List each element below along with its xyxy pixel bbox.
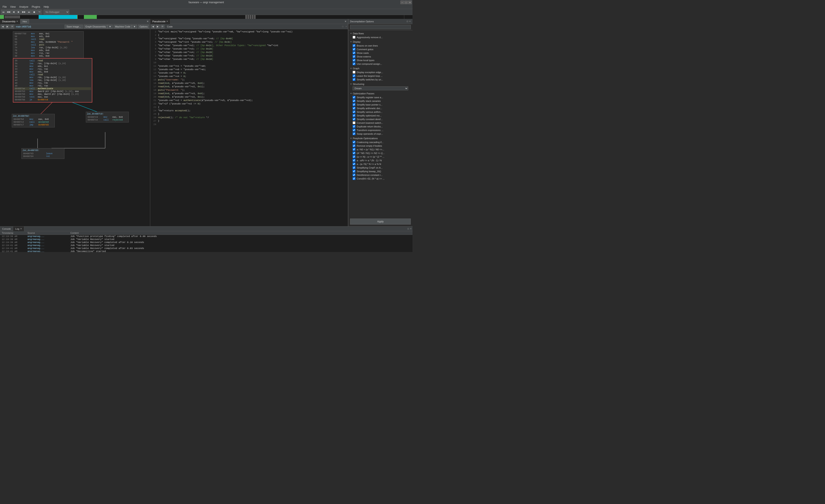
bottom-resize-icon[interactable]: ⊡ bbox=[407, 228, 409, 230]
options-section: ▼Peephole OptimizationsCoalescing cascad… bbox=[348, 136, 412, 181]
options-btn[interactable]: Options bbox=[138, 25, 149, 28]
toolbar-btn-1[interactable]: ⏮ bbox=[1, 10, 6, 14]
menu-file[interactable]: File bbox=[1, 5, 8, 9]
options-checkbox[interactable] bbox=[353, 62, 355, 65]
panel-close-all-btn[interactable]: ✕ bbox=[145, 20, 150, 23]
pseudo-back-btn[interactable]: ◀ bbox=[151, 25, 155, 28]
options-checkbox[interactable] bbox=[353, 144, 355, 147]
options-checkbox[interactable] bbox=[353, 177, 355, 180]
asm-row: 004007c2 call accepted bbox=[13, 121, 54, 123]
options-item: Simplify switches by un... bbox=[348, 78, 412, 81]
options-checkbox[interactable] bbox=[353, 48, 355, 51]
options-checkbox[interactable] bbox=[353, 52, 355, 54]
options-checkbox[interactable] bbox=[353, 44, 355, 47]
structuring-select[interactable]: Dream bbox=[353, 86, 408, 90]
options-checkbox[interactable] bbox=[353, 99, 355, 102]
machine-code-btn[interactable]: Machine Code bbox=[114, 25, 132, 28]
options-checkbox[interactable] bbox=[353, 132, 355, 135]
disasm-back-btn[interactable]: ◀ bbox=[1, 25, 5, 28]
asm-row: 004007ce call rejected bbox=[87, 118, 128, 121]
save-image-btn[interactable]: Save image... bbox=[65, 25, 83, 28]
apply-button[interactable]: Apply bbox=[350, 219, 411, 225]
options-checkbox[interactable] bbox=[353, 96, 355, 99]
tab-console[interactable]: Console bbox=[0, 227, 13, 231]
options-checkbox[interactable] bbox=[353, 129, 355, 132]
options-checkbox[interactable] bbox=[353, 78, 355, 81]
options-checkbox[interactable] bbox=[353, 166, 355, 169]
debugger-select[interactable]: No Debugger bbox=[44, 10, 69, 14]
restore-button[interactable]: □ bbox=[404, 1, 408, 4]
toolbar-btn-8[interactable]: ↪ bbox=[37, 10, 42, 14]
menu-analyze[interactable]: Analyze bbox=[17, 5, 30, 9]
options-checkbox[interactable] bbox=[353, 125, 355, 128]
options-checkbox[interactable] bbox=[353, 155, 355, 158]
options-checkbox[interactable] bbox=[353, 71, 355, 74]
disasm-fwd-btn[interactable]: ▶ bbox=[6, 25, 9, 28]
pseudo-panel-close-all[interactable]: ✕ bbox=[343, 20, 348, 23]
toolbar-btn-3[interactable]: ◀ bbox=[11, 10, 16, 14]
options-checkbox[interactable] bbox=[353, 170, 355, 173]
options-item: Simplifying CmpF on A... bbox=[348, 166, 412, 169]
options-checkbox[interactable] bbox=[353, 121, 355, 124]
toolbar-btn-2[interactable]: ◀◀ bbox=[6, 10, 11, 14]
graph-area[interactable]: 00400775d mov eax, 0x1 50 mov edi, 0x0 5… bbox=[0, 29, 150, 226]
menu-view[interactable]: View bbox=[8, 5, 17, 9]
options-checkbox[interactable] bbox=[353, 114, 355, 117]
close-button[interactable]: ✕ bbox=[408, 1, 411, 4]
options-checkbox[interactable] bbox=[353, 59, 355, 62]
options-close-icon[interactable]: ✕ bbox=[409, 20, 411, 22]
minimize-button[interactable]: ─ bbox=[400, 1, 404, 4]
options-section-structuring[interactable]: ▼Structuring bbox=[348, 82, 412, 86]
toolbar-btn-5[interactable]: ▶▶ bbox=[21, 10, 26, 14]
options-checkbox[interactable] bbox=[353, 103, 355, 106]
log-tab-close[interactable]: ✕ bbox=[20, 228, 22, 230]
disasm-tab-close[interactable]: ✕ bbox=[16, 20, 18, 22]
pseudo-line: 3 "kw">unsigned "kw">long "pseudo-var">v… bbox=[151, 37, 347, 40]
options-item-label: Simplify base pointer s... bbox=[357, 103, 382, 106]
graph-disasm-arrow[interactable]: ▼ bbox=[107, 25, 113, 28]
graph-disasm-btn[interactable]: Graph Disassembly bbox=[84, 25, 107, 28]
toolbar-btn-4[interactable]: ▶ bbox=[16, 10, 21, 14]
options-checkbox[interactable] bbox=[353, 141, 355, 144]
options-item-label: a / N0 + (a * N1) / N0 =>... bbox=[357, 148, 384, 151]
options-checkbox[interactable] bbox=[353, 152, 355, 154]
options-checkbox[interactable] bbox=[353, 55, 355, 58]
options-checkbox[interactable] bbox=[353, 118, 355, 120]
options-section-graph[interactable]: ▼Graph bbox=[348, 67, 412, 70]
tab-pseudocode[interactable]: Pseudocode ✕ bbox=[150, 19, 170, 24]
menu-plugins[interactable]: Plugins bbox=[30, 5, 42, 9]
tab-disassembly[interactable]: Disassembly ✕ bbox=[0, 19, 20, 24]
pseudo-fwd-btn[interactable]: ▶ bbox=[156, 25, 160, 28]
pseudo-tab-close[interactable]: ✕ bbox=[166, 20, 168, 22]
options-resize-icon[interactable]: ⊡ bbox=[406, 20, 408, 22]
pseudo-panel-resize[interactable]: ⊡ bbox=[342, 25, 344, 28]
pseudo-sync-btn[interactable]: ⟳ bbox=[160, 25, 164, 28]
options-search-input[interactable] bbox=[350, 25, 411, 29]
toolbar-btn-7[interactable]: ⏹ bbox=[32, 10, 36, 14]
tab-hex[interactable]: Hex bbox=[20, 19, 29, 24]
asm-row: 33 mov rsi, rax bbox=[14, 68, 91, 71]
toolbar-btn-6[interactable]: ⏭ bbox=[26, 10, 31, 14]
options-section-peephole-optimizations[interactable]: ▼Peephole Optimizations bbox=[348, 137, 412, 140]
menu-help[interactable]: Help bbox=[42, 5, 51, 9]
machine-code-arrow[interactable]: ▼ bbox=[132, 25, 137, 28]
pseudo-panel-close-btn[interactable]: ✕ bbox=[345, 25, 347, 28]
options-item-label: (a << N) - a => (a * (2 ** ... bbox=[357, 156, 384, 158]
options-section-optimization-passes[interactable]: ▼Optimization Passes bbox=[348, 92, 412, 95]
disasm-sync-btn[interactable]: ⟳ bbox=[10, 25, 14, 28]
tab-log[interactable]: Log ✕ bbox=[13, 227, 24, 231]
options-item: Leave the largest loop ... bbox=[348, 74, 412, 78]
options-checkbox[interactable] bbox=[353, 163, 355, 165]
bottom-close-icon[interactable]: ✕ bbox=[410, 228, 411, 230]
options-checkbox[interactable] bbox=[353, 107, 355, 109]
options-section-data-flows[interactable]: ▼Data flows bbox=[348, 31, 412, 35]
options-title: Decompilation Options ⊡ ✕ bbox=[348, 19, 412, 24]
options-checkbox[interactable] bbox=[353, 148, 355, 151]
options-checkbox[interactable] bbox=[353, 110, 355, 113]
options-checkbox[interactable] bbox=[353, 74, 355, 77]
options-checkbox[interactable] bbox=[353, 173, 355, 176]
options-checkbox[interactable] bbox=[353, 159, 355, 162]
asm-row: 7d mov rsi, rax bbox=[14, 52, 83, 55]
options-section-display[interactable]: ▼Display bbox=[348, 40, 412, 44]
options-checkbox[interactable] bbox=[353, 36, 355, 38]
